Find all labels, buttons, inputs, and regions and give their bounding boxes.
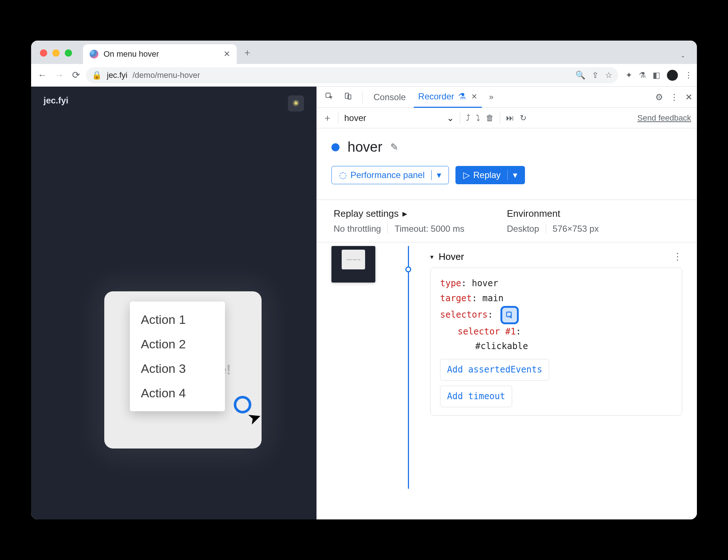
menu-item[interactable]: Action 4 [130,381,225,405]
env-size-value: 576×753 px [553,224,599,234]
replay-settings-header[interactable]: Replay settings ▸ [334,208,507,219]
maximize-window-button[interactable] [65,49,72,57]
devtools-tabbar: Console Recorder ⚗ ✕ » ⚙ ⋮ ✕ [317,87,697,108]
share-icon[interactable]: ⇪ [592,71,598,80]
step-details-card: type: hover target: main selectors: [430,268,682,416]
settings-icon[interactable]: ⚙ [655,92,663,102]
detail-target-value[interactable]: main [483,293,504,303]
timeout-value: Timeout: 5000 ms [394,224,464,234]
browser-window: On menu hover ✕ ＋ ⌄ ← → ⟳ 🔒 jec.fyi /dem… [31,41,697,519]
menu-item[interactable]: Action 2 [130,332,225,356]
add-asserted-events-button[interactable]: Add assertedEvents [440,359,549,381]
menu-item[interactable]: Action 3 [130,356,225,381]
timeline [397,246,419,416]
back-button[interactable]: ← [35,68,49,82]
console-tab[interactable]: Console [369,87,410,107]
detail-key: type [440,278,461,288]
browser-menu-icon[interactable]: ⋮ [684,71,693,80]
recorder-body: hover ✎ ◌ Performance panel ▾ ▷ Replay ▾ [317,128,697,519]
menu-item[interactable]: Action 1 [130,307,225,332]
gauge-icon: ◌ [339,170,347,180]
step-header[interactable]: ▾ Hover ⋮ [430,246,682,268]
minimize-window-button[interactable] [52,49,60,57]
detail-key: target [440,293,472,303]
step-more-icon[interactable]: ⋮ [673,251,682,262]
tab-close-icon[interactable]: ✕ [224,49,230,59]
close-devtools-icon[interactable]: ✕ [685,92,693,102]
bookmark-icon[interactable]: ☆ [605,71,612,80]
tab-title: On menu hover [104,49,218,59]
reload-button[interactable]: ⟳ [69,68,83,82]
chevron-down-icon: ⌄ [447,113,454,123]
slow-replay-icon[interactable]: ↻ [520,113,526,123]
chevron-down-icon[interactable]: ▾ [431,170,441,180]
extensions-icon[interactable]: ✦ [626,71,632,80]
site-brand[interactable]: jec.fyi [44,95,68,111]
recorder-toolbar: ＋ hover ⌄ ⤴ ⤵ 🗑 ⏭ ↻ Send feedback [317,108,697,128]
chevron-right-icon: ▸ [402,208,407,219]
recording-select[interactable]: hover ⌄ [344,113,454,123]
new-tab-button[interactable]: ＋ [237,41,258,64]
replay-settings-bar: Replay settings ▸ No throttling Timeout:… [317,200,697,242]
profile-avatar[interactable] [667,70,678,81]
play-icon: ▷ [463,170,470,180]
recording-status-dot [331,143,339,151]
export-icon[interactable]: ⤴ [466,113,470,123]
step-name: Hover [439,251,464,262]
recording-title: hover [348,139,382,155]
devtools-panel: Console Recorder ⚗ ✕ » ⚙ ⋮ ✕ ＋ hover [316,87,697,519]
device-toolbar-icon[interactable] [340,90,356,105]
performance-panel-button[interactable]: ◌ Performance panel ▾ [331,166,449,184]
recorder-tab-label: Recorder [418,91,454,102]
throttling-value: No throttling [334,224,381,234]
detail-type-value[interactable]: hover [472,278,498,288]
detail-key: selectors [440,310,488,320]
recorder-tab[interactable]: Recorder ⚗ ✕ [414,87,482,108]
lock-icon: 🔒 [92,71,102,80]
chevron-down-icon[interactable]: ▾ [507,170,517,180]
add-timeout-button[interactable]: Add timeout [440,386,512,407]
detail-key: selector #1 [458,326,516,337]
zoom-icon[interactable]: 🔍 [575,71,585,80]
url-host: jec.fyi [107,71,127,80]
selector-value[interactable]: #clickable [475,341,528,351]
selector-picker-button[interactable] [500,306,519,324]
send-feedback-link[interactable]: Send feedback [637,113,691,123]
close-window-button[interactable] [40,49,47,57]
tab-favicon [90,50,98,58]
collapse-triangle-icon: ▾ [430,253,434,261]
steps-area: hover over me ▾ Hover ⋮ [331,246,682,416]
browser-toolbar: ← → ⟳ 🔒 jec.fyi /demo/menu-hover 🔍 ⇪ ☆ ✦… [31,64,697,87]
recording-select-value: hover [344,113,366,123]
timeline-step-dot[interactable] [405,266,411,272]
hover-card[interactable]: Hover over me! Action 1 Action 2 Action … [104,291,262,449]
step-over-icon[interactable]: ⏭ [506,113,514,123]
import-icon[interactable]: ⤵ [476,113,480,123]
forward-button[interactable]: → [52,68,66,82]
step-thumbnail[interactable]: hover over me [331,246,375,283]
replay-button-label: Replay [473,170,501,180]
edit-title-icon[interactable]: ✎ [390,141,398,153]
tabstrip-chevron-icon[interactable]: ⌄ [674,47,692,64]
url-path: /demo/menu-hover [132,71,200,80]
inspect-element-icon[interactable] [321,90,337,105]
more-tabs-icon[interactable]: » [485,90,497,104]
hover-menu: Action 1 Action 2 Action 3 Action 4 [130,302,225,411]
replay-button[interactable]: ▷ Replay ▾ [455,166,525,184]
kebab-menu-icon[interactable]: ⋮ [670,92,679,102]
new-recording-button[interactable]: ＋ [323,111,332,124]
address-bar[interactable]: 🔒 jec.fyi /demo/menu-hover 🔍 ⇪ ☆ [86,67,618,83]
window-controls [36,49,83,64]
performance-panel-label: Performance panel [350,170,425,180]
delete-icon[interactable]: 🗑 [486,113,494,123]
sidepanel-icon[interactable]: ◧ [653,71,660,80]
theme-toggle-button[interactable]: ☀ [288,95,304,111]
content-area: jec.fyi ☀ Hover over me! Action 1 Action… [31,87,697,519]
titlebar: On menu hover ✕ ＋ ⌄ [31,41,697,64]
webpage: jec.fyi ☀ Hover over me! Action 1 Action… [31,87,316,519]
labs-icon[interactable]: ⚗ [639,71,646,80]
cursor-icon: ➤ [246,408,263,428]
close-panel-icon[interactable]: ✕ [471,92,477,101]
browser-tab[interactable]: On menu hover ✕ [83,44,237,64]
environment-header: Environment [507,208,680,219]
